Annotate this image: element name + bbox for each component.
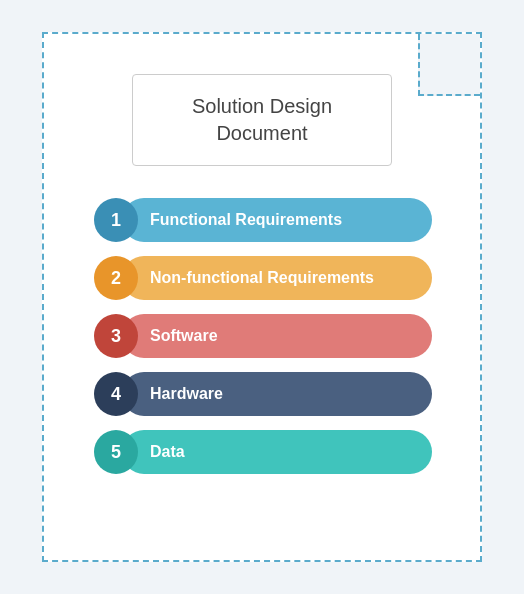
item-number: 2 (94, 256, 138, 300)
list-item: 3Software (94, 314, 440, 358)
item-number: 5 (94, 430, 138, 474)
item-label: Data (122, 430, 432, 474)
item-label: Hardware (122, 372, 432, 416)
document-page: Solution Design Document 1Functional Req… (42, 32, 482, 562)
items-list: 1Functional Requirements2Non-functional … (84, 198, 440, 474)
item-label: Software (122, 314, 432, 358)
item-number: 1 (94, 198, 138, 242)
title-box: Solution Design Document (132, 74, 392, 166)
list-item: 2Non-functional Requirements (94, 256, 440, 300)
item-label: Functional Requirements (122, 198, 432, 242)
item-label: Non-functional Requirements (122, 256, 432, 300)
item-number: 4 (94, 372, 138, 416)
list-item: 4Hardware (94, 372, 440, 416)
list-item: 1Functional Requirements (94, 198, 440, 242)
document-title: Solution Design Document (157, 93, 367, 147)
item-number: 3 (94, 314, 138, 358)
list-item: 5Data (94, 430, 440, 474)
